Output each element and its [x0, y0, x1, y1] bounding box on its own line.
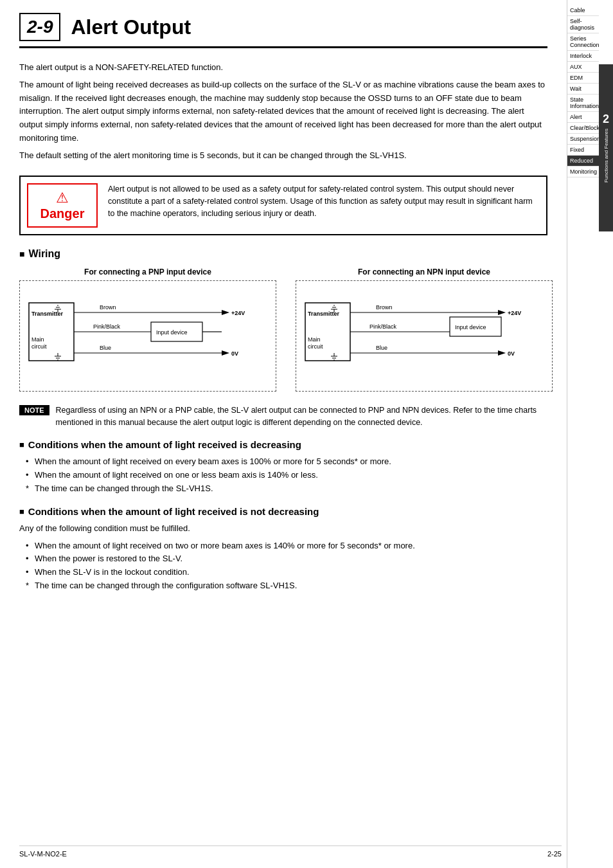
page-header: 2-9 Alert Output: [19, 13, 547, 48]
svg-text:Pink/Black: Pink/Black: [369, 323, 397, 330]
conditions-not-decreasing-section: Conditions when the amount of light rece…: [19, 506, 547, 593]
note-label: NOTE: [19, 405, 49, 415]
para-3: The default setting of the alert monitor…: [19, 149, 547, 163]
svg-text:circuit: circuit: [31, 343, 47, 350]
main-content: 2-9 Alert Output The alert output is a N…: [0, 0, 567, 629]
sidebar-nav-item-self-diagnosis[interactable]: Self-diagnosis: [567, 16, 599, 33]
conditions-decreasing-heading: Conditions when the amount of light rece…: [19, 439, 547, 450]
decreasing-bullet-0: When the amount of light received on eve…: [26, 455, 547, 469]
svg-text:0V: 0V: [508, 350, 515, 357]
sidebar-nav-item-edm[interactable]: EDM: [567, 73, 599, 84]
pnp-svg-container: Transmitter Main circuit Brown +24V Pink…: [19, 280, 276, 392]
sidebar-nav-item-reduced[interactable]: Reduced: [567, 156, 599, 167]
footer-right: 2-25: [547, 850, 562, 858]
not-decreasing-bullet-2: When the SL-V is in the lockout conditio…: [26, 566, 547, 579]
sidebar-nav-item-monitoring[interactable]: Monitoring: [567, 167, 599, 177]
conditions-decreasing-section: Conditions when the amount of light rece…: [19, 439, 547, 495]
svg-marker-18: [222, 350, 229, 356]
sidebar-nav-item-suspension[interactable]: Suspension: [567, 134, 599, 145]
svg-text:circuit: circuit: [308, 343, 323, 350]
svg-text:Transmitter: Transmitter: [308, 311, 340, 317]
conditions-not-decreasing-heading: Conditions when the amount of light rece…: [19, 506, 547, 517]
sidebar-nav-item-series-connection[interactable]: Series Connection: [567, 33, 599, 51]
svg-marker-34: [498, 310, 506, 315]
decreasing-bullet-2: The time can be changed through the SL-V…: [26, 482, 547, 496]
not-decreasing-bullet-3: The time can be changed through the conf…: [26, 579, 547, 593]
sidebar-nav-item-fixed[interactable]: Fixed: [567, 145, 599, 156]
svg-marker-42: [498, 350, 506, 356]
svg-text:Main: Main: [308, 336, 321, 343]
danger-box: ⚠ Danger Alert output is not allowed to …: [19, 176, 547, 235]
conditions-not-decreasing-intro: Any of the following condition must be f…: [19, 522, 547, 536]
pnp-wiring-svg: Transmitter Main circuit Brown +24V Pink…: [22, 284, 273, 386]
section-title: Alert Output: [71, 15, 191, 39]
section-number: 2-9: [19, 13, 60, 41]
vertical-sidebar: 2 Functions and Features: [599, 0, 613, 868]
danger-icon: ⚠ Danger: [27, 183, 98, 228]
svg-text:Pink/Black: Pink/Black: [93, 323, 121, 330]
para-1: The alert output is a NON-SAFETY-RELATED…: [19, 61, 547, 75]
not-decreasing-bullet-1: When the power is restored to the SL-V.: [26, 552, 547, 566]
sidebar-nav-item-wait[interactable]: Wait: [567, 84, 599, 95]
sidebar-nav-item-state-information[interactable]: State Information: [567, 95, 599, 112]
svg-text:Input device: Input device: [156, 329, 188, 336]
wiring-heading: Wiring: [19, 248, 547, 260]
conditions-not-decreasing-list: When the amount of light received on two…: [19, 539, 547, 593]
npn-svg-container: Transmitter Main circuit Brown +24V Inpu…: [296, 280, 553, 392]
npn-wiring-svg: Transmitter Main circuit Brown +24V Inpu…: [299, 284, 549, 386]
pnp-title: For connecting a PNP input device: [19, 267, 276, 276]
svg-text:0V: 0V: [231, 350, 238, 357]
svg-text:Blue: Blue: [100, 345, 111, 351]
sidebar-nav-item-cable[interactable]: Cable: [567, 5, 599, 16]
chapter-label: Functions and Features: [603, 129, 609, 183]
sidebar-nav-item-interlock[interactable]: Interlock: [567, 51, 599, 62]
svg-text:+24V: +24V: [508, 310, 521, 316]
chapter-block: 2 Functions and Features: [599, 64, 613, 231]
pnp-diagram: For connecting a PNP input device Transm…: [19, 267, 276, 392]
svg-text:Brown: Brown: [376, 304, 393, 311]
sidebar-nav-item-clear-blocked[interactable]: Clear/Blocked: [567, 123, 599, 134]
danger-content: Alert output is not allowed to be used a…: [108, 183, 540, 221]
svg-text:Blue: Blue: [376, 345, 387, 351]
npn-title: For connecting an NPN input device: [296, 267, 553, 276]
sidebar-nav-item-aux[interactable]: AUX: [567, 62, 599, 73]
svg-text:Main: Main: [31, 336, 44, 343]
wiring-area: For connecting a PNP input device Transm…: [19, 267, 547, 392]
svg-marker-8: [222, 310, 229, 315]
danger-label: Danger: [36, 206, 89, 221]
not-decreasing-bullet-0: When the amount of light received on two…: [26, 539, 547, 553]
svg-text:+24V: +24V: [231, 310, 245, 316]
page-footer: SL-V-M-NO2-E 2-25: [19, 845, 562, 858]
sidebar-nav-item-alert[interactable]: Alert: [567, 112, 599, 123]
sidebar-nav-wrapper: CableSelf-diagnosisSeries ConnectionInte…: [567, 0, 599, 868]
note-content: Regardless of using an NPN or a PNP cabl…: [56, 404, 547, 429]
svg-text:Transmitter: Transmitter: [31, 311, 64, 317]
para-2: The amount of light being received decre…: [19, 78, 547, 145]
conditions-decreasing-list: When the amount of light received on eve…: [19, 455, 547, 495]
footer-left: SL-V-M-NO2-E: [19, 850, 67, 858]
decreasing-bullet-1: When the amount of light received on one…: [26, 469, 547, 482]
svg-text:Input device: Input device: [455, 324, 486, 330]
note-box: NOTE Regardless of using an NPN or a PNP…: [19, 404, 547, 429]
chapter-number: 2: [603, 113, 609, 126]
npn-diagram: For connecting an NPN input device Trans…: [296, 267, 553, 392]
svg-text:Brown: Brown: [100, 304, 116, 311]
